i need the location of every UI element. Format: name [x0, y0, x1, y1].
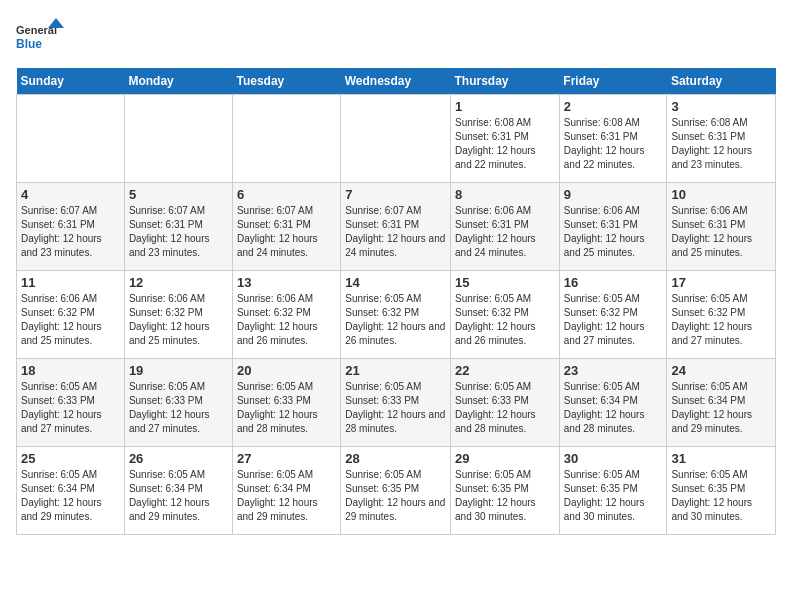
day-info: Sunrise: 6:06 AM Sunset: 6:31 PM Dayligh…	[455, 204, 555, 260]
day-info: Sunrise: 6:07 AM Sunset: 6:31 PM Dayligh…	[345, 204, 446, 260]
day-header-wednesday: Wednesday	[341, 68, 451, 95]
day-number: 15	[455, 275, 555, 290]
day-info: Sunrise: 6:05 AM Sunset: 6:32 PM Dayligh…	[455, 292, 555, 348]
calendar-week-2: 4Sunrise: 6:07 AM Sunset: 6:31 PM Daylig…	[17, 183, 776, 271]
svg-marker-2	[48, 18, 64, 28]
calendar-cell	[17, 95, 125, 183]
day-number: 4	[21, 187, 120, 202]
day-number: 23	[564, 363, 663, 378]
day-number: 6	[237, 187, 336, 202]
calendar-cell: 14Sunrise: 6:05 AM Sunset: 6:32 PM Dayli…	[341, 271, 451, 359]
day-number: 30	[564, 451, 663, 466]
day-number: 22	[455, 363, 555, 378]
calendar-cell: 18Sunrise: 6:05 AM Sunset: 6:33 PM Dayli…	[17, 359, 125, 447]
calendar-cell: 27Sunrise: 6:05 AM Sunset: 6:34 PM Dayli…	[232, 447, 340, 535]
calendar-cell: 11Sunrise: 6:06 AM Sunset: 6:32 PM Dayli…	[17, 271, 125, 359]
day-info: Sunrise: 6:08 AM Sunset: 6:31 PM Dayligh…	[671, 116, 771, 172]
day-number: 25	[21, 451, 120, 466]
calendar-cell: 4Sunrise: 6:07 AM Sunset: 6:31 PM Daylig…	[17, 183, 125, 271]
day-number: 24	[671, 363, 771, 378]
day-number: 28	[345, 451, 446, 466]
calendar-week-5: 25Sunrise: 6:05 AM Sunset: 6:34 PM Dayli…	[17, 447, 776, 535]
calendar-cell: 25Sunrise: 6:05 AM Sunset: 6:34 PM Dayli…	[17, 447, 125, 535]
day-header-saturday: Saturday	[667, 68, 776, 95]
day-info: Sunrise: 6:07 AM Sunset: 6:31 PM Dayligh…	[237, 204, 336, 260]
calendar-cell: 9Sunrise: 6:06 AM Sunset: 6:31 PM Daylig…	[559, 183, 667, 271]
day-info: Sunrise: 6:06 AM Sunset: 6:32 PM Dayligh…	[21, 292, 120, 348]
calendar-cell: 16Sunrise: 6:05 AM Sunset: 6:32 PM Dayli…	[559, 271, 667, 359]
day-info: Sunrise: 6:08 AM Sunset: 6:31 PM Dayligh…	[455, 116, 555, 172]
calendar-cell: 8Sunrise: 6:06 AM Sunset: 6:31 PM Daylig…	[451, 183, 560, 271]
logo-svg: General Blue	[16, 16, 66, 56]
day-info: Sunrise: 6:06 AM Sunset: 6:31 PM Dayligh…	[564, 204, 663, 260]
day-info: Sunrise: 6:05 AM Sunset: 6:32 PM Dayligh…	[345, 292, 446, 348]
day-number: 11	[21, 275, 120, 290]
day-number: 1	[455, 99, 555, 114]
day-info: Sunrise: 6:05 AM Sunset: 6:34 PM Dayligh…	[237, 468, 336, 524]
day-number: 18	[21, 363, 120, 378]
calendar-cell: 6Sunrise: 6:07 AM Sunset: 6:31 PM Daylig…	[232, 183, 340, 271]
logo: General Blue	[16, 16, 66, 56]
calendar-cell: 17Sunrise: 6:05 AM Sunset: 6:32 PM Dayli…	[667, 271, 776, 359]
day-info: Sunrise: 6:05 AM Sunset: 6:32 PM Dayligh…	[564, 292, 663, 348]
calendar-table: SundayMondayTuesdayWednesdayThursdayFrid…	[16, 68, 776, 535]
day-info: Sunrise: 6:05 AM Sunset: 6:33 PM Dayligh…	[455, 380, 555, 436]
calendar-cell: 15Sunrise: 6:05 AM Sunset: 6:32 PM Dayli…	[451, 271, 560, 359]
calendar-cell: 30Sunrise: 6:05 AM Sunset: 6:35 PM Dayli…	[559, 447, 667, 535]
calendar-cell: 23Sunrise: 6:05 AM Sunset: 6:34 PM Dayli…	[559, 359, 667, 447]
day-info: Sunrise: 6:05 AM Sunset: 6:32 PM Dayligh…	[671, 292, 771, 348]
day-number: 5	[129, 187, 228, 202]
calendar-cell	[232, 95, 340, 183]
calendar-header-row: SundayMondayTuesdayWednesdayThursdayFrid…	[17, 68, 776, 95]
day-number: 2	[564, 99, 663, 114]
day-info: Sunrise: 6:07 AM Sunset: 6:31 PM Dayligh…	[129, 204, 228, 260]
calendar-cell: 21Sunrise: 6:05 AM Sunset: 6:33 PM Dayli…	[341, 359, 451, 447]
day-number: 20	[237, 363, 336, 378]
svg-text:Blue: Blue	[16, 37, 42, 51]
day-number: 16	[564, 275, 663, 290]
calendar-week-3: 11Sunrise: 6:06 AM Sunset: 6:32 PM Dayli…	[17, 271, 776, 359]
day-info: Sunrise: 6:05 AM Sunset: 6:33 PM Dayligh…	[237, 380, 336, 436]
day-number: 10	[671, 187, 771, 202]
calendar-cell	[124, 95, 232, 183]
calendar-cell: 26Sunrise: 6:05 AM Sunset: 6:34 PM Dayli…	[124, 447, 232, 535]
calendar-cell	[341, 95, 451, 183]
day-number: 29	[455, 451, 555, 466]
page-header: General Blue	[16, 16, 776, 56]
day-info: Sunrise: 6:07 AM Sunset: 6:31 PM Dayligh…	[21, 204, 120, 260]
day-info: Sunrise: 6:05 AM Sunset: 6:33 PM Dayligh…	[129, 380, 228, 436]
calendar-cell: 20Sunrise: 6:05 AM Sunset: 6:33 PM Dayli…	[232, 359, 340, 447]
day-header-monday: Monday	[124, 68, 232, 95]
day-info: Sunrise: 6:05 AM Sunset: 6:35 PM Dayligh…	[564, 468, 663, 524]
calendar-cell: 1Sunrise: 6:08 AM Sunset: 6:31 PM Daylig…	[451, 95, 560, 183]
calendar-cell: 7Sunrise: 6:07 AM Sunset: 6:31 PM Daylig…	[341, 183, 451, 271]
day-number: 8	[455, 187, 555, 202]
day-number: 26	[129, 451, 228, 466]
day-info: Sunrise: 6:05 AM Sunset: 6:34 PM Dayligh…	[671, 380, 771, 436]
calendar-week-4: 18Sunrise: 6:05 AM Sunset: 6:33 PM Dayli…	[17, 359, 776, 447]
day-number: 17	[671, 275, 771, 290]
day-header-thursday: Thursday	[451, 68, 560, 95]
day-info: Sunrise: 6:05 AM Sunset: 6:35 PM Dayligh…	[671, 468, 771, 524]
calendar-cell: 31Sunrise: 6:05 AM Sunset: 6:35 PM Dayli…	[667, 447, 776, 535]
day-header-tuesday: Tuesday	[232, 68, 340, 95]
day-info: Sunrise: 6:05 AM Sunset: 6:33 PM Dayligh…	[345, 380, 446, 436]
day-header-friday: Friday	[559, 68, 667, 95]
day-number: 21	[345, 363, 446, 378]
day-info: Sunrise: 6:05 AM Sunset: 6:34 PM Dayligh…	[129, 468, 228, 524]
day-number: 31	[671, 451, 771, 466]
calendar-cell: 2Sunrise: 6:08 AM Sunset: 6:31 PM Daylig…	[559, 95, 667, 183]
calendar-cell: 24Sunrise: 6:05 AM Sunset: 6:34 PM Dayli…	[667, 359, 776, 447]
day-number: 13	[237, 275, 336, 290]
calendar-cell: 12Sunrise: 6:06 AM Sunset: 6:32 PM Dayli…	[124, 271, 232, 359]
day-info: Sunrise: 6:06 AM Sunset: 6:32 PM Dayligh…	[237, 292, 336, 348]
calendar-cell: 22Sunrise: 6:05 AM Sunset: 6:33 PM Dayli…	[451, 359, 560, 447]
calendar-cell: 3Sunrise: 6:08 AM Sunset: 6:31 PM Daylig…	[667, 95, 776, 183]
day-number: 9	[564, 187, 663, 202]
calendar-cell: 29Sunrise: 6:05 AM Sunset: 6:35 PM Dayli…	[451, 447, 560, 535]
calendar-cell: 13Sunrise: 6:06 AM Sunset: 6:32 PM Dayli…	[232, 271, 340, 359]
day-info: Sunrise: 6:06 AM Sunset: 6:31 PM Dayligh…	[671, 204, 771, 260]
calendar-cell: 19Sunrise: 6:05 AM Sunset: 6:33 PM Dayli…	[124, 359, 232, 447]
calendar-cell: 10Sunrise: 6:06 AM Sunset: 6:31 PM Dayli…	[667, 183, 776, 271]
day-number: 7	[345, 187, 446, 202]
